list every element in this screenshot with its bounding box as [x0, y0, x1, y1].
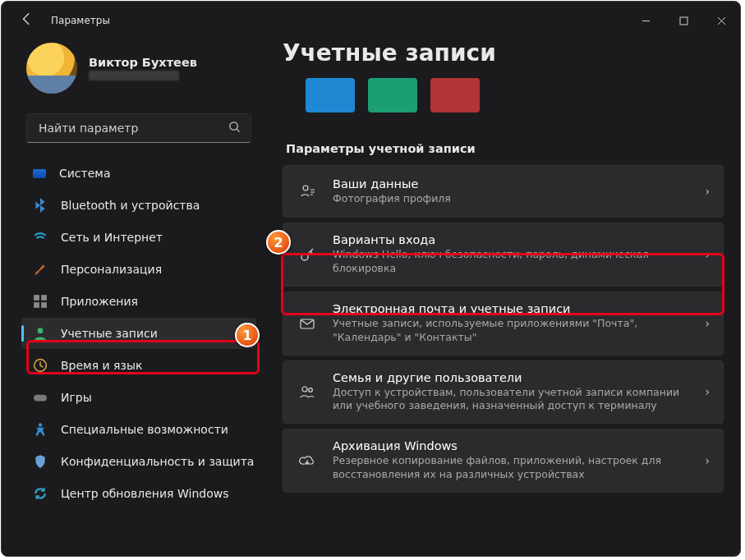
cloud-backup-icon: [298, 452, 316, 469]
minimize-button[interactable]: [627, 2, 665, 39]
nav-gaming[interactable]: Игры: [21, 382, 256, 413]
profile-email-redacted: [89, 71, 179, 80]
nav-label: Специальные возможности: [61, 423, 228, 436]
card-sub: Windows Hello, ключ безопасности, пароль…: [333, 248, 688, 276]
card-sub: Резервное копирование файлов, приложений…: [333, 454, 688, 482]
tile-green[interactable]: [368, 78, 417, 112]
svg-rect-8: [34, 395, 47, 402]
svg-rect-2: [34, 295, 39, 301]
person-icon: [33, 326, 48, 341]
nav-windows-update[interactable]: Центр обновления Windows: [21, 478, 256, 509]
chevron-right-icon: ›: [705, 385, 710, 398]
nav-label: Игры: [61, 391, 92, 404]
svg-point-10: [303, 186, 308, 190]
shield-icon: [33, 454, 48, 469]
svg-point-13: [302, 387, 307, 392]
main-content: Учетные записи Параметры учетной записи …: [264, 39, 740, 556]
sidebar: Виктор Бухтеев Найти параметр Система Bl…: [2, 39, 264, 556]
clock-icon: [33, 358, 48, 373]
page-title: Учетные записи: [283, 39, 724, 67]
annotation-marker-2: 2: [266, 230, 291, 255]
window-title: Параметры: [51, 15, 110, 26]
gamepad-icon: [33, 390, 48, 405]
update-icon: [33, 486, 48, 501]
nav-label: Система: [59, 167, 110, 180]
card-title: Архивация Windows: [333, 439, 688, 452]
svg-point-1: [230, 122, 237, 130]
maximize-button[interactable]: [665, 2, 702, 39]
section-title: Параметры учетной записи: [286, 142, 724, 155]
search-icon: [228, 121, 241, 135]
svg-rect-4: [34, 302, 39, 308]
key-icon: [298, 246, 316, 263]
close-button[interactable]: [702, 2, 740, 39]
tile-blue[interactable]: [306, 78, 355, 112]
nav-accounts[interactable]: Учетные записи: [21, 318, 256, 349]
nav-list: Система Bluetooth и устройства Сеть и Ин…: [21, 158, 256, 509]
card-title: Электронная почта и учетные записи: [333, 302, 688, 315]
svg-rect-0: [680, 17, 688, 25]
nav-network[interactable]: Сеть и Интернет: [21, 222, 256, 253]
chevron-right-icon: ›: [705, 317, 710, 330]
card-title: Варианты входа: [333, 233, 688, 246]
titlebar: Параметры: [2, 2, 740, 39]
wifi-icon: [33, 230, 48, 245]
profile-block[interactable]: Виктор Бухтеев: [21, 43, 256, 103]
nav-time-language[interactable]: Время и язык: [21, 350, 256, 381]
nav-label: Bluetooth и устройства: [61, 199, 200, 212]
card-email-accounts[interactable]: Электронная почта и учетные записи Учетн…: [283, 291, 724, 356]
annotation-marker-1: 1: [235, 323, 260, 347]
bluetooth-icon: [33, 198, 48, 213]
search-input[interactable]: Найти параметр: [26, 113, 251, 143]
settings-window: Параметры Виктор Бухтеев Найти параметр: [1, 1, 741, 557]
nav-label: Приложения: [61, 295, 138, 308]
card-sign-in-options[interactable]: Варианты входа Windows Hello, ключ безоп…: [283, 223, 724, 287]
card-sub: Фотография профиля: [333, 192, 688, 206]
nav-apps[interactable]: Приложения: [21, 286, 256, 317]
nav-label: Сеть и Интернет: [61, 231, 163, 244]
card-sub: Доступ к устройствам, пользователи учетн…: [333, 386, 688, 414]
nav-bluetooth[interactable]: Bluetooth и устройства: [21, 190, 256, 221]
nav-label: Учетные записи: [61, 327, 158, 340]
search-placeholder: Найти параметр: [39, 122, 138, 135]
nav-label: Конфиденциальность и защита: [61, 455, 254, 468]
svg-rect-5: [41, 302, 47, 308]
profile-name: Виктор Бухтеев: [89, 56, 197, 69]
nav-privacy[interactable]: Конфиденциальность и защита: [21, 446, 256, 477]
chevron-right-icon: ›: [705, 185, 710, 198]
tile-red[interactable]: [430, 78, 480, 112]
nav-accessibility[interactable]: Специальные возможности: [21, 414, 256, 445]
card-family-users[interactable]: Семья и другие пользователи Доступ к уст…: [283, 360, 724, 425]
mail-icon: [298, 315, 316, 332]
chevron-right-icon: ›: [705, 248, 710, 261]
svg-point-14: [309, 388, 313, 392]
people-icon: [298, 383, 316, 400]
chevron-right-icon: ›: [705, 454, 710, 467]
system-icon: [33, 169, 46, 178]
accessibility-icon: [33, 422, 48, 437]
nav-system[interactable]: Система: [21, 158, 256, 189]
apps-icon: [33, 294, 48, 309]
avatar: [26, 43, 77, 94]
profile-settings-icon: [298, 183, 316, 200]
svg-rect-3: [41, 295, 47, 301]
svg-point-9: [39, 423, 43, 427]
back-button[interactable]: [20, 11, 34, 30]
card-title: Ваши данные: [333, 177, 688, 190]
card-windows-backup[interactable]: Архивация Windows Резервное копирование …: [283, 429, 724, 493]
nav-label: Время и язык: [61, 359, 142, 372]
nav-label: Персонализация: [61, 263, 162, 276]
svg-point-11: [301, 254, 308, 260]
card-sub: Учетные записи, используемые приложениям…: [333, 317, 688, 345]
window-controls: [627, 2, 740, 39]
card-your-info[interactable]: Ваши данные Фотография профиля ›: [283, 165, 724, 218]
brush-icon: [33, 262, 48, 277]
svg-point-6: [38, 328, 44, 333]
nav-personalization[interactable]: Персонализация: [21, 254, 256, 285]
card-title: Семья и другие пользователи: [333, 371, 688, 384]
account-tiles: [306, 78, 724, 112]
nav-label: Центр обновления Windows: [61, 487, 228, 500]
